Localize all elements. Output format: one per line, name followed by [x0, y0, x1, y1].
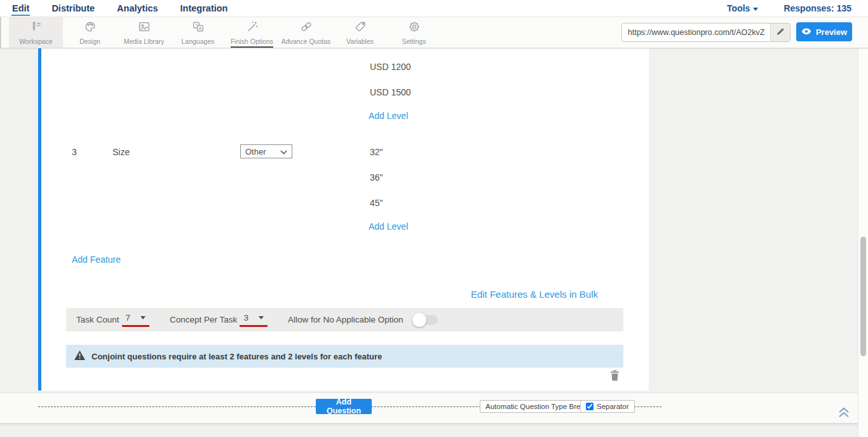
conjoint-question-card: USD 1200 USD 1500 Add Level 3 Size Other…	[38, 48, 649, 391]
conjoint-config-bar: Task Count 7 Concept Per Task 3 Allow fo…	[66, 308, 623, 331]
tools-dropdown[interactable]: Tools	[727, 3, 758, 13]
warning-triangle-icon	[74, 350, 85, 363]
finish-options-wand-icon	[245, 20, 259, 36]
toolbar-item-settings[interactable]: Settings	[387, 17, 441, 48]
double-chevron-up-icon	[837, 411, 851, 420]
nav-tab-analytics[interactable]: Analytics	[116, 1, 158, 15]
svg-text:A: A	[198, 26, 201, 31]
toolbar-item-label: Settings	[402, 38, 426, 45]
toolbar-item-label: Design	[79, 38, 100, 45]
page-scrollbar[interactable]	[858, 0, 868, 437]
languages-icon: * A	[191, 20, 205, 36]
toolbar-item-advance-quotas[interactable]: Advance Quotas	[279, 17, 333, 48]
nav-tab-edit[interactable]: Edit	[11, 1, 30, 15]
level-input[interactable]: USD 1200	[370, 62, 411, 72]
feature-type-value: Other	[245, 147, 266, 156]
toggle-knob	[412, 313, 426, 327]
tag-icon	[353, 20, 367, 36]
chevron-down-icon	[259, 316, 264, 319]
toolbar-item-languages[interactable]: * A Languages	[171, 17, 225, 48]
editor-toolbar: Workspace Design Media	[0, 17, 868, 48]
concept-per-task-value: 3	[243, 313, 248, 323]
concept-per-task-label: Concept Per Task	[170, 315, 237, 324]
survey-url-box: https://www.questionpro.com/t/AO2kvZ	[621, 23, 790, 42]
preview-label: Preview	[816, 27, 847, 37]
tools-label: Tools	[727, 3, 750, 13]
workspace-icon	[29, 20, 43, 36]
survey-url-input[interactable]: https://www.questionpro.com/t/AO2kvZ	[622, 24, 770, 41]
no-applicable-label: Allow for No Applicable Option	[288, 315, 403, 324]
add-question-button[interactable]: Add Question	[316, 399, 372, 414]
delete-question-button[interactable]	[609, 370, 620, 382]
toolbar-item-variables[interactable]: Variables	[333, 17, 387, 48]
chevron-down-icon	[140, 316, 146, 319]
trash-icon	[610, 373, 620, 383]
nav-tab-distribute[interactable]: Distribute	[51, 1, 95, 15]
questionpro-survey-editor: Edit Distribute Analytics Integration To…	[0, 0, 868, 437]
separator-chip: Separator	[580, 400, 635, 413]
auto-question-type-break-chip: Automatic Question Type Break	[480, 400, 594, 413]
preview-button[interactable]: Preview	[796, 22, 852, 41]
level-input[interactable]: 45"	[370, 198, 383, 208]
conjoint-warning-bar: Conjoint questions require at least 2 fe…	[66, 345, 623, 368]
toolbar-item-label: Languages	[182, 38, 215, 45]
toolbar-item-workspace[interactable]: Workspace	[9, 17, 63, 48]
toolbar-item-label: Advance Quotas	[281, 38, 331, 45]
chevron-down-icon	[280, 147, 287, 156]
nav-tab-integration[interactable]: Integration	[180, 1, 229, 15]
svg-text:*: *	[195, 22, 197, 27]
toolbar-item-label: Media Library	[124, 38, 165, 45]
edit-bulk-link[interactable]: Edit Features & Levels in Bulk	[471, 289, 598, 300]
scroll-to-top-button[interactable]	[836, 406, 851, 420]
feature-index: 3	[72, 147, 77, 157]
edit-url-button[interactable]	[770, 24, 790, 41]
separator-label: Separator	[597, 403, 629, 410]
task-count-value: 7	[126, 313, 131, 323]
toolbar-left-edge	[0, 17, 1, 48]
scrollbar-thumb[interactable]	[860, 237, 866, 356]
warning-text: Conjoint questions require at least 2 fe…	[92, 352, 382, 361]
level-input[interactable]: USD 1500	[370, 87, 411, 97]
toolbar-item-finish-options[interactable]: Finish Options	[225, 17, 279, 48]
toolbar-items: Workspace Design Media	[9, 17, 441, 48]
active-question-indicator	[38, 48, 41, 391]
toolbar-item-label: Finish Options	[231, 38, 273, 45]
chain-links-icon	[299, 20, 313, 36]
responses-link[interactable]: Responses: 135	[783, 3, 851, 13]
level-input[interactable]: 32"	[370, 147, 383, 157]
level-input[interactable]: 36"	[370, 172, 383, 183]
toolbar-item-media-library[interactable]: Media Library	[117, 17, 171, 48]
top-nav: Edit Distribute Analytics Integration To…	[0, 0, 868, 17]
task-count-label: Task Count	[76, 315, 119, 324]
toolbar-item-label: Variables	[346, 38, 374, 45]
add-level-link[interactable]: Add Level	[369, 111, 408, 121]
gear-icon	[407, 20, 421, 36]
eye-icon	[801, 27, 811, 37]
add-feature-link[interactable]: Add Feature	[72, 254, 121, 265]
toolbar-item-design[interactable]: Design	[63, 17, 117, 48]
task-count-dropdown[interactable]: 7	[122, 312, 150, 327]
feature-type-select[interactable]: Other	[240, 144, 292, 158]
feature-name-input[interactable]: Size	[112, 147, 130, 157]
separator-checkbox[interactable]	[586, 403, 593, 410]
top-nav-right: Tools Responses: 135	[727, 3, 851, 13]
question-divider-strip: Add Question Automatic Question Type Bre…	[0, 392, 859, 424]
pencil-icon	[776, 27, 785, 38]
no-applicable-toggle[interactable]	[414, 315, 438, 325]
design-palette-icon	[83, 20, 97, 36]
toolbar-item-label: Workspace	[19, 38, 52, 45]
chevron-down-icon	[753, 8, 758, 11]
concept-per-task-dropdown[interactable]: 3	[240, 312, 268, 327]
add-level-link[interactable]: Add Level	[369, 221, 408, 232]
media-library-icon	[137, 20, 151, 36]
